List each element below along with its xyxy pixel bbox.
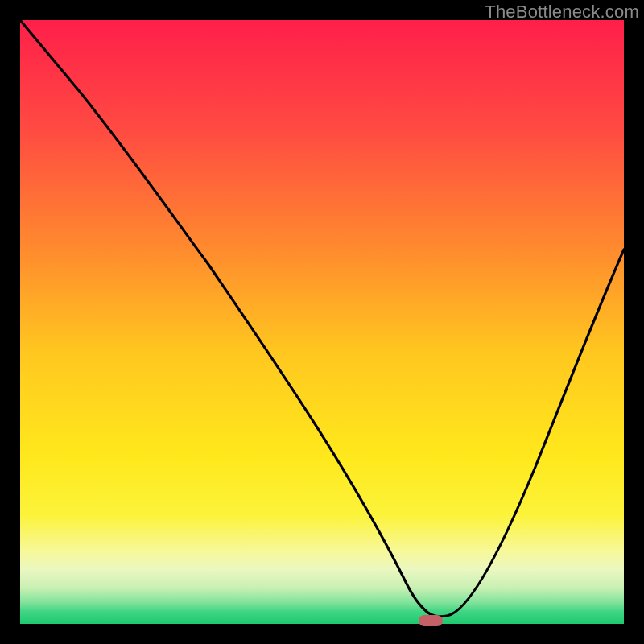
- plot-area: [20, 20, 624, 624]
- chart-frame: TheBottleneck.com: [0, 0, 644, 644]
- optimal-marker: [419, 615, 443, 626]
- curve: [20, 20, 624, 624]
